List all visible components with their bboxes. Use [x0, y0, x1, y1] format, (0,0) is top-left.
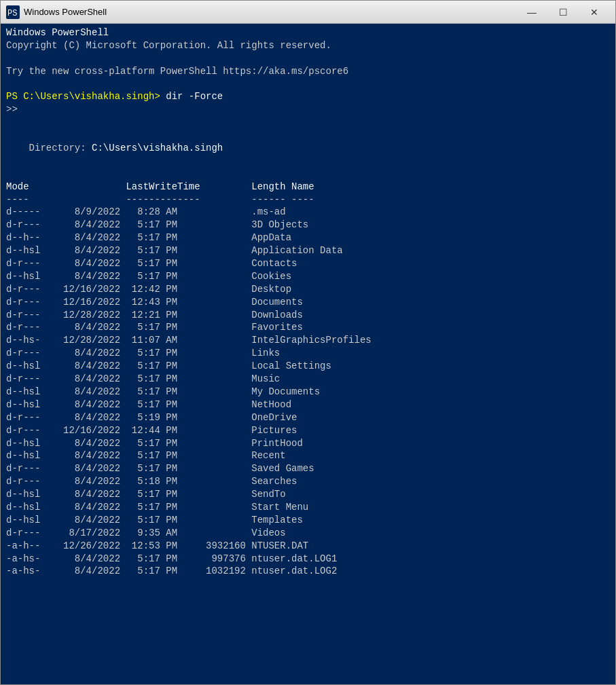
window-title: Windows PowerShell: [24, 7, 512, 17]
terminal-output[interactable]: Windows PowerShell Copyright (C) Microso…: [1, 24, 615, 684]
minimize-button[interactable]: —: [516, 1, 547, 24]
close-button[interactable]: ✕: [579, 1, 610, 24]
maximize-button[interactable]: ☐: [547, 1, 579, 24]
app-icon: PS: [6, 5, 20, 19]
powershell-window: PS Windows PowerShell — ☐ ✕ Windows Powe…: [0, 0, 616, 685]
window-controls: — ☐ ✕: [516, 1, 610, 24]
svg-text:PS: PS: [7, 9, 17, 18]
title-bar: PS Windows PowerShell — ☐ ✕: [1, 1, 615, 24]
